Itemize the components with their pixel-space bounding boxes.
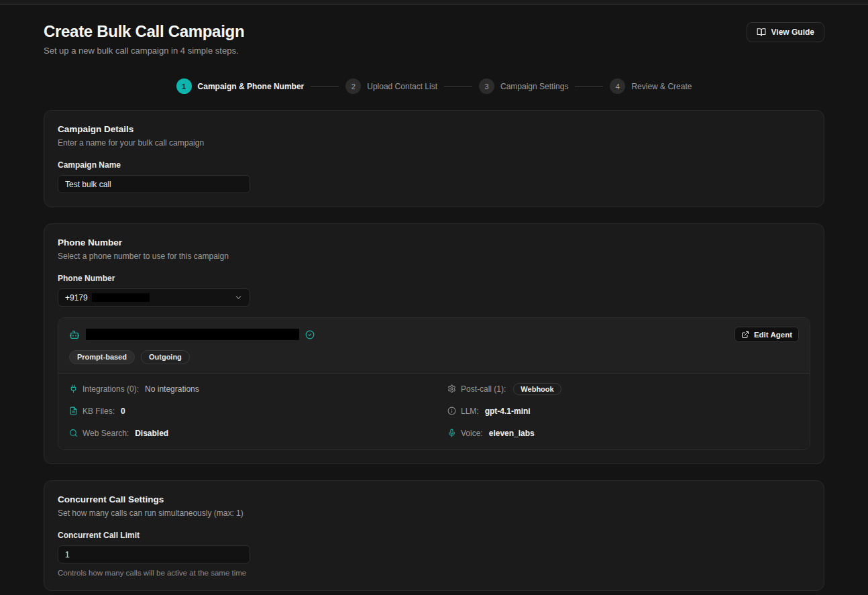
agent-summary-panel: Edit Agent Prompt-based Outgoing Integra… <box>58 317 810 450</box>
page-title: Create Bulk Call Campaign <box>44 22 244 41</box>
step-upload-contact-list[interactable]: 2 Upload Contact List <box>345 78 437 94</box>
stepper: 1 Campaign & Phone Number 2 Upload Conta… <box>44 78 824 94</box>
integrations-value: No integrations <box>145 384 199 394</box>
phone-number-subtitle: Select a phone number to use for this ca… <box>58 252 810 261</box>
view-guide-label: View Guide <box>771 28 814 37</box>
step-1-circle: 1 <box>176 78 192 94</box>
web-search-row: Web Search: Disabled <box>69 427 421 439</box>
agent-name-row: Edit Agent <box>69 327 799 342</box>
external-link-icon <box>741 331 749 339</box>
create-bulk-call-campaign-page: Create Bulk Call Campaign Set up a new b… <box>0 5 868 595</box>
book-open-icon <box>757 28 766 37</box>
edit-agent-button[interactable]: Edit Agent <box>735 327 799 342</box>
agent-summary-top: Edit Agent Prompt-based Outgoing <box>58 318 810 373</box>
kb-files-icon <box>69 407 78 415</box>
edit-agent-label: Edit Agent <box>754 331 792 339</box>
step-connector <box>444 86 472 87</box>
step-3-label: Campaign Settings <box>500 82 568 91</box>
step-4-circle: 4 <box>610 78 625 94</box>
step-campaign-settings[interactable]: 3 Campaign Settings <box>479 78 568 94</box>
step-connector <box>311 86 339 87</box>
step-3-circle: 3 <box>479 78 494 94</box>
kb-files-value: 0 <box>121 407 125 416</box>
integrations-row: Integrations (0): No integrations <box>69 382 421 395</box>
phone-number-title: Phone Number <box>58 237 810 248</box>
step-4-label: Review & Create <box>631 82 692 91</box>
integrations-icon <box>69 384 78 393</box>
step-1-label: Campaign & Phone Number <box>198 82 305 91</box>
campaign-details-card: Campaign Details Enter a name for your b… <box>44 110 824 207</box>
integrations-label: Integrations (0): <box>83 384 139 394</box>
concurrent-call-limit-input[interactable] <box>58 545 250 563</box>
agent-type-badge: Prompt-based <box>69 350 135 364</box>
step-2-label: Upload Contact List <box>367 82 437 91</box>
campaign-details-subtitle: Enter a name for your bulk call campaign <box>58 138 810 148</box>
post-call-label: Post-call (1): <box>461 384 506 394</box>
bot-icon <box>69 329 80 340</box>
chevron-down-icon <box>234 293 243 302</box>
phone-number-card: Phone Number Select a phone number to us… <box>44 223 824 464</box>
phone-number-selected-value: +9179 <box>65 293 88 303</box>
concurrency-title: Concurrent Call Settings <box>58 494 810 504</box>
gear-icon <box>447 384 456 393</box>
phone-number-field-label: Phone Number <box>58 274 810 283</box>
check-circle-icon <box>305 330 315 339</box>
concurrent-call-settings-card: Concurrent Call Settings Set how many ca… <box>44 480 824 591</box>
step-connector <box>575 86 603 87</box>
agent-direction-badge: Outgoing <box>141 350 190 364</box>
campaign-name-input[interactable] <box>58 175 250 193</box>
web-search-label: Web Search: <box>83 429 129 438</box>
page-header: Create Bulk Call Campaign Set up a new b… <box>44 22 824 56</box>
web-search-value: Disabled <box>135 429 168 438</box>
post-call-row: Post-call (1): Webhook <box>447 382 799 395</box>
agent-badges: Prompt-based Outgoing <box>69 350 799 364</box>
step-review-create[interactable]: 4 Review & Create <box>610 78 692 94</box>
concurrent-call-limit-label: Concurrent Call Limit <box>58 531 810 540</box>
page-header-text: Create Bulk Call Campaign Set up a new b… <box>44 22 244 56</box>
step-campaign-phone-number[interactable]: 1 Campaign & Phone Number <box>176 78 305 94</box>
kb-files-label: KB Files: <box>83 407 115 416</box>
voice-row: Voice: eleven_labs <box>447 427 799 439</box>
agent-details-grid: Integrations (0): No integrations Post-c… <box>58 373 810 449</box>
webhook-chip: Webhook <box>513 383 561 395</box>
voice-value: eleven_labs <box>489 429 535 438</box>
llm-label: LLM: <box>461 407 479 416</box>
llm-icon <box>447 407 456 415</box>
web-search-icon <box>69 429 78 437</box>
campaign-name-label: Campaign Name <box>58 160 810 170</box>
phone-number-select[interactable]: +9179 <box>58 288 250 307</box>
llm-value: gpt-4.1-mini <box>485 407 531 416</box>
concurrency-subtitle: Set how many calls can run simultaneousl… <box>58 508 810 518</box>
concurrency-helper-text: Controls how many calls will be active a… <box>58 569 810 577</box>
kb-files-row: KB Files: 0 <box>69 404 421 417</box>
voice-icon <box>447 429 456 437</box>
view-guide-button[interactable]: View Guide <box>747 22 824 42</box>
campaign-details-title: Campaign Details <box>58 124 810 134</box>
step-2-circle: 2 <box>345 78 361 94</box>
page-subtitle: Set up a new bulk call campaign in 4 sim… <box>44 46 244 56</box>
top-bar <box>0 0 868 5</box>
llm-row: LLM: gpt-4.1-mini <box>447 404 799 417</box>
phone-number-redaction <box>92 293 150 302</box>
agent-name-redaction <box>86 329 299 340</box>
voice-label: Voice: <box>461 429 483 438</box>
